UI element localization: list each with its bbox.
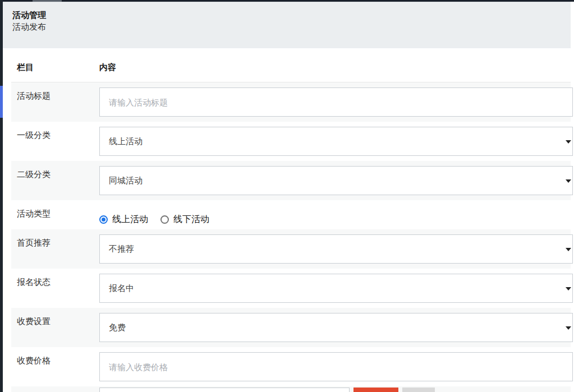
selected-value: 同城活动 [100,167,572,195]
activity-title-input[interactable] [100,88,572,116]
row-label: 收费设置 [11,308,99,347]
category-level1-select[interactable]: 线上活动 [99,127,573,156]
radio-unselected-icon [160,215,169,224]
row-label: 首页推荐 [11,229,99,269]
dropdown-caret-icon [566,248,571,251]
activity-type-radio-group: 线上活动 线下活动 [99,214,571,225]
partial-gray-button[interactable] [402,388,435,392]
row-partial-clipped [11,386,571,392]
row-activity-type: 活动类型 线上活动 线下活动 [11,200,571,229]
row-category-level1: 一级分类 线上活动 [11,122,571,161]
dropdown-caret-icon [566,287,571,290]
row-label: 一级分类 [11,122,99,161]
row-fee-price: 收费价格 [11,347,571,386]
page-title: 活动管理 [12,9,571,21]
radio-selected-icon [99,215,108,224]
selected-value: 不推荐 [100,235,572,263]
signup-status-select[interactable]: 报名中 [99,274,573,303]
page-header: 活动管理 活动发布 [3,2,571,48]
selected-value: 报名中 [100,274,572,302]
row-fee-setting: 收费设置 免费 [11,308,571,347]
fee-price-field [99,352,573,381]
row-label: 活动标题 [11,82,99,122]
sidebar-active-indicator [0,86,3,118]
selected-value: 免费 [100,313,572,342]
breadcrumb-subtitle: 活动发布 [12,21,571,33]
row-home-recommend: 首页推荐 不推荐 [11,229,571,269]
row-label: 二级分类 [11,161,99,200]
activity-title-field [99,87,573,117]
activity-form-table: 栏目 内容 活动标题 一级分类 线上活动 二级分类 同城活动 [11,53,571,392]
fee-price-input[interactable] [100,353,572,381]
column-header-label: 栏目 [11,62,99,73]
fee-setting-select[interactable]: 免费 [99,313,573,342]
radio-online-activity[interactable]: 线上活动 [99,214,148,225]
column-header-content: 内容 [99,62,116,73]
category-level2-select[interactable]: 同城活动 [99,166,573,195]
partial-field-top[interactable] [99,388,350,392]
dropdown-caret-icon [566,140,571,144]
home-recommend-select[interactable]: 不推荐 [99,234,573,264]
radio-offline-activity[interactable]: 线下活动 [160,214,209,225]
selected-value: 线上活动 [100,127,572,155]
dropdown-caret-icon [566,179,571,183]
row-label: 活动类型 [11,200,99,229]
row-activity-title: 活动标题 [11,82,571,122]
row-category-level2: 二级分类 同城活动 [11,161,571,200]
partial-red-button[interactable] [353,388,398,392]
row-signup-status: 报名状态 报名中 [11,269,571,308]
left-sidebar-sliver [0,0,3,392]
row-label: 报名状态 [11,269,99,308]
table-header-row: 栏目 内容 [11,53,571,82]
row-label: 收费价格 [11,347,99,386]
dropdown-caret-icon [566,326,571,330]
